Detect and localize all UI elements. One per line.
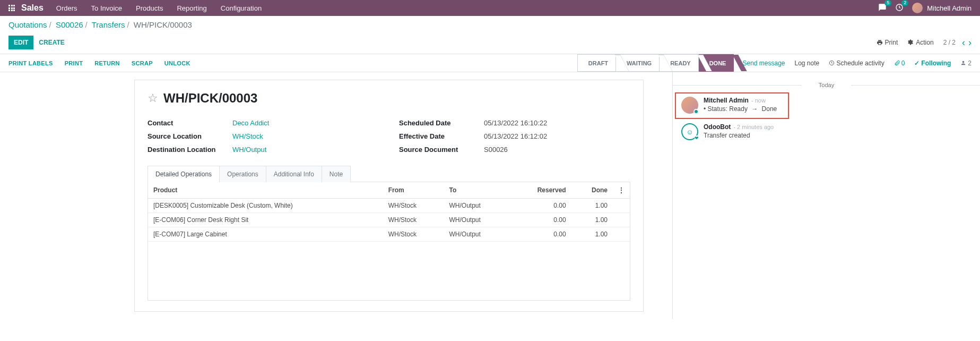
menu-orders[interactable]: Orders [56,4,77,12]
following-button[interactable]: ✓ Following [914,59,951,67]
field-value[interactable]: WH/Stock [232,132,263,140]
field-label: Destination Location [148,146,232,154]
chat-icon[interactable]: 5 [878,3,887,13]
breadcrumb: Quotations/ S00026/ Transfers/ WH/PICK/0… [8,20,192,29]
bot-avatar-icon: ☺ [681,123,698,140]
topnav: Sales Orders To Invoice Products Reporti… [0,0,980,16]
favorite-star-icon[interactable]: ☆ [148,91,158,105]
page-title: WH/PICK/00003 [163,91,257,106]
tab-operations[interactable]: Operations [220,166,266,182]
pager-text: 2 / 2 [943,39,956,46]
app-name[interactable]: Sales [21,3,44,13]
activity-badge: 2 [901,0,908,6]
statusbar-action-print-labels[interactable]: PRINT LABELS [8,60,53,66]
statusbar: PRINT LABELSPRINTRETURNSCRAPUNLOCK DRAFT… [0,54,980,72]
menu-configuration[interactable]: Configuration [221,4,262,12]
chat-badge: 5 [884,0,891,6]
apps-launcher-icon[interactable] [8,5,15,11]
field-label: Contact [148,119,232,127]
log-note-button[interactable]: Log note [795,59,820,67]
table-row[interactable]: [DESK0005] Customizable Desk (Custom, Wh… [148,199,630,213]
field-value[interactable]: Deco Addict [232,119,269,127]
crumb-order[interactable]: S00026 [56,20,83,29]
user-avatar [681,97,698,114]
statusbar-action-return[interactable]: RETURN [94,60,120,66]
field-label: Source Location [148,132,232,140]
user-menu[interactable]: Mitchell Admin [912,3,972,13]
message-author: OdooBot [704,123,731,131]
field-value: 05/13/2022 16:10:22 [484,119,547,127]
print-button[interactable]: Print [877,39,898,46]
message-content: Transfer created [704,132,972,139]
field-value: 05/13/2022 16:12:02 [484,132,547,140]
col-to: To [444,182,510,199]
statusbar-action-print[interactable]: PRINT [65,60,83,66]
col-reserved: Reserved [510,182,571,199]
pager: 2 / 2 ‹ › [943,37,972,48]
col-from: From [383,182,444,199]
chatter: Today Mitchell Admin - now• Status: Read… [672,72,980,319]
menu-to-invoice[interactable]: To Invoice [91,4,123,12]
user-name: Mitchell Admin [927,4,972,12]
attachments-button[interactable]: 0 [894,59,905,67]
crumb-current: WH/PICK/00003 [134,20,192,29]
edit-button[interactable]: EDIT [8,36,33,49]
menu-products[interactable]: Products [136,4,163,12]
topnav-menu: Orders To Invoice Products Reporting Con… [56,4,262,12]
action-button[interactable]: Action [907,39,933,46]
field-value[interactable]: WH/Output [232,146,266,154]
chatter-message: ☺OdooBot - 2 minutes agoTransfer created [673,120,980,143]
col-product: Product [148,182,383,199]
followers-button[interactable]: 2 [960,59,972,67]
table-row[interactable]: [E-COM07] Large CabinetWH/StockWH/Output… [148,227,630,242]
pager-next[interactable]: › [968,37,972,48]
tab-detailed-operations[interactable]: Detailed Operations [148,166,220,182]
tab-additional-info[interactable]: Additional Info [266,166,322,182]
form-sheet: ☆ WH/PICK/00003 ContactDeco AddictSource… [134,80,644,312]
status-step-draft[interactable]: DRAFT [577,54,616,72]
chatter-date-separator: Today [673,82,980,88]
menu-reporting[interactable]: Reporting [177,4,206,12]
field-label: Effective Date [399,132,484,140]
crumb-transfers[interactable]: Transfers [92,20,125,29]
message-content: • Status: Ready → Done [704,105,972,113]
control-panel: Quotations/ S00026/ Transfers/ WH/PICK/0… [0,16,980,54]
field-label: Source Document [399,146,484,154]
column-options-icon[interactable]: ⋮ [613,182,630,199]
schedule-activity-button[interactable]: Schedule activity [829,59,884,67]
activity-icon[interactable]: 2 [895,3,904,13]
avatar [912,3,923,13]
statusbar-action-unlock[interactable]: UNLOCK [164,60,190,66]
crumb-quotations[interactable]: Quotations [8,20,47,29]
operations-table: ProductFromToReservedDone⋮ [DESK0005] Cu… [148,182,630,242]
field-value: S00026 [484,146,508,154]
tab-note[interactable]: Note [322,166,350,182]
col-done: Done [571,182,613,199]
message-author: Mitchell Admin [704,97,749,104]
chatter-message: Mitchell Admin - now• Status: Ready → Do… [673,93,980,120]
pager-prev[interactable]: ‹ [962,37,965,48]
field-label: Scheduled Date [399,119,484,127]
table-row[interactable]: [E-COM06] Corner Desk Right SitWH/StockW… [148,213,630,227]
message-time: - now [750,97,766,104]
send-message-button[interactable]: Send message [742,59,785,67]
tab-pane-detailed-operations: ProductFromToReservedDone⋮ [DESK0005] Cu… [148,182,630,301]
message-time: - 2 minutes ago [732,124,774,130]
statusbar-action-scrap[interactable]: SCRAP [132,60,153,66]
create-button[interactable]: CREATE [39,39,64,46]
